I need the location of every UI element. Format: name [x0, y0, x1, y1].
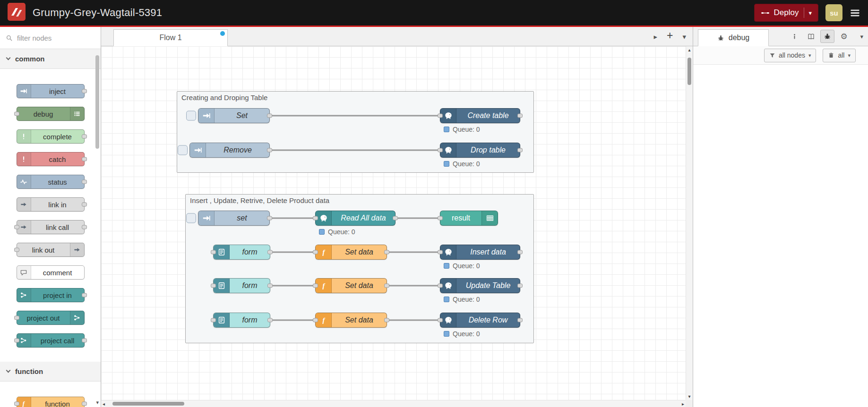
palette-node-inject[interactable]: inject — [17, 84, 85, 98]
node-port-output[interactable] — [82, 203, 87, 207]
flow-canvas[interactable]: ▴ ▾ ◂ ▸ Creating and Droping TableInsert… — [101, 46, 693, 407]
flow-node-function-set-data-2[interactable]: fSet data — [315, 278, 387, 293]
node-port-output[interactable] — [517, 148, 523, 153]
deploy-options-caret-icon[interactable]: ▾ — [808, 10, 812, 16]
palette-category-common[interactable]: common — [0, 49, 101, 69]
flow-node-inject-set[interactable]: Set — [198, 108, 270, 123]
node-port-output[interactable] — [517, 284, 523, 288]
flow-node-postgres-update-table[interactable]: Update Table — [440, 278, 520, 293]
main-menu-icon[interactable] — [850, 8, 860, 18]
palette-scrollbar-thumb[interactable] — [95, 55, 99, 149]
node-port-output[interactable] — [82, 180, 87, 184]
tab-flow-1[interactable]: Flow 1 — [113, 29, 228, 46]
palette-node-project-in[interactable]: project in — [17, 288, 85, 302]
node-port-output[interactable] — [267, 114, 272, 118]
node-port-input[interactable] — [14, 339, 19, 343]
node-port-input[interactable] — [313, 318, 318, 322]
flow-node-inject-remove[interactable]: Remove — [189, 143, 270, 158]
node-port-output[interactable] — [267, 148, 272, 153]
node-port-output[interactable] — [517, 114, 523, 118]
node-port-input[interactable] — [14, 112, 19, 116]
node-port-input[interactable] — [211, 250, 216, 254]
node-port-output[interactable] — [384, 250, 389, 254]
palette-filter-input[interactable] — [17, 34, 95, 42]
palette-node-link-out[interactable]: link out — [17, 243, 85, 257]
palette-scroll-down-icon[interactable]: ▾ — [96, 400, 99, 405]
node-port-input[interactable] — [211, 318, 216, 322]
flow-node-postgres-read-all-data[interactable]: Read All data — [315, 211, 395, 226]
palette-node-debug[interactable]: debug — [17, 107, 85, 121]
debug-filter-button[interactable]: all nodes ▾ — [764, 49, 816, 62]
flow-node-postgres-drop-table[interactable]: Drop table — [440, 143, 520, 158]
inject-button[interactable] — [186, 213, 196, 223]
node-port-input[interactable] — [14, 402, 19, 406]
node-port-input[interactable] — [211, 284, 216, 288]
node-port-output[interactable] — [82, 402, 87, 406]
node-port-output[interactable] — [384, 284, 389, 288]
node-port-input[interactable] — [14, 316, 19, 320]
node-port-input[interactable] — [438, 114, 443, 118]
flow-list-caret-icon[interactable]: ▾ — [682, 33, 686, 40]
node-port-input[interactable] — [438, 148, 443, 153]
canvas-vertical-scrollbar[interactable]: ▴ ▾ — [686, 46, 693, 400]
node-port-input[interactable] — [313, 284, 318, 288]
sidebar-menu-caret-icon[interactable]: ▾ — [860, 34, 863, 40]
add-flow-button[interactable]: + — [667, 30, 673, 41]
palette-node-comment[interactable]: comment — [17, 265, 85, 280]
scroll-up-icon[interactable]: ▴ — [686, 47, 693, 53]
tab-scroll-right-icon[interactable]: ▸ — [654, 33, 658, 40]
node-port-output[interactable] — [82, 225, 87, 229]
palette-category-function[interactable]: function — [0, 362, 101, 382]
tab-debug[interactable]: debug — [698, 29, 769, 46]
flow-node-form-3[interactable]: form — [213, 313, 270, 328]
flow-node-function-set-data-3[interactable]: fSet data — [315, 313, 387, 328]
gear-icon[interactable]: ⚙ — [837, 30, 851, 43]
vertical-scroll-thumb[interactable] — [688, 58, 691, 85]
node-port-output[interactable] — [82, 339, 87, 343]
scroll-right-icon[interactable]: ▸ — [682, 400, 684, 407]
debug-clear-button[interactable]: all ▾ — [823, 49, 856, 62]
horizontal-scroll-thumb[interactable] — [112, 402, 184, 406]
scroll-down-icon[interactable]: ▾ — [686, 393, 693, 399]
palette-node-project-out[interactable]: project out — [17, 311, 85, 325]
node-port-input[interactable] — [438, 284, 443, 288]
palette-node-link-in[interactable]: link in — [17, 197, 85, 212]
inject-button[interactable] — [186, 111, 196, 121]
node-port-input[interactable] — [14, 248, 19, 252]
palette-node-complete[interactable]: complete — [17, 129, 85, 144]
palette-node-catch[interactable]: catch — [17, 152, 85, 166]
node-port-output[interactable] — [82, 157, 87, 161]
palette-node-function[interactable]: ffunction — [17, 397, 85, 407]
canvas-horizontal-scrollbar[interactable]: ◂ ▸ — [101, 400, 686, 407]
node-port-output[interactable] — [82, 135, 87, 139]
node-port-input[interactable] — [438, 216, 443, 220]
node-port-output[interactable] — [267, 284, 273, 288]
node-port-output[interactable] — [517, 318, 523, 322]
flow-node-postgres-insert-data[interactable]: Insert data — [440, 245, 520, 260]
node-port-output[interactable] — [384, 318, 389, 322]
node-port-input[interactable] — [438, 318, 443, 322]
node-port-output[interactable] — [267, 250, 273, 254]
node-port-output[interactable] — [82, 89, 87, 93]
flow-node-function-set-data-1[interactable]: fSet data — [315, 245, 387, 260]
flow-node-inject-set-lower[interactable]: set — [198, 211, 270, 226]
node-port-input[interactable] — [313, 250, 318, 254]
palette-node-status[interactable]: status — [17, 175, 85, 189]
node-port-output[interactable] — [393, 216, 398, 220]
flow-node-form-1[interactable]: form — [213, 245, 270, 260]
deploy-button[interactable]: Deploy ▾ — [754, 4, 818, 22]
inject-button[interactable] — [178, 145, 188, 155]
node-port-output[interactable] — [517, 250, 523, 254]
node-port-input[interactable] — [438, 250, 443, 254]
debug-tab-icon[interactable] — [820, 30, 834, 43]
flow-node-postgres-create-table[interactable]: Create table — [440, 108, 520, 123]
user-avatar[interactable]: su — [825, 4, 842, 21]
flow-node-postgres-delete-row[interactable]: Delete Row — [440, 313, 520, 328]
node-port-input[interactable] — [14, 225, 19, 229]
scroll-left-icon[interactable]: ◂ — [103, 400, 105, 407]
node-port-output[interactable] — [267, 318, 273, 322]
flow-node-table-result[interactable]: result — [440, 211, 498, 226]
palette-node-link-call[interactable]: link call — [17, 220, 85, 234]
flow-node-form-2[interactable]: form — [213, 278, 270, 293]
help-tab-icon[interactable] — [804, 30, 818, 43]
